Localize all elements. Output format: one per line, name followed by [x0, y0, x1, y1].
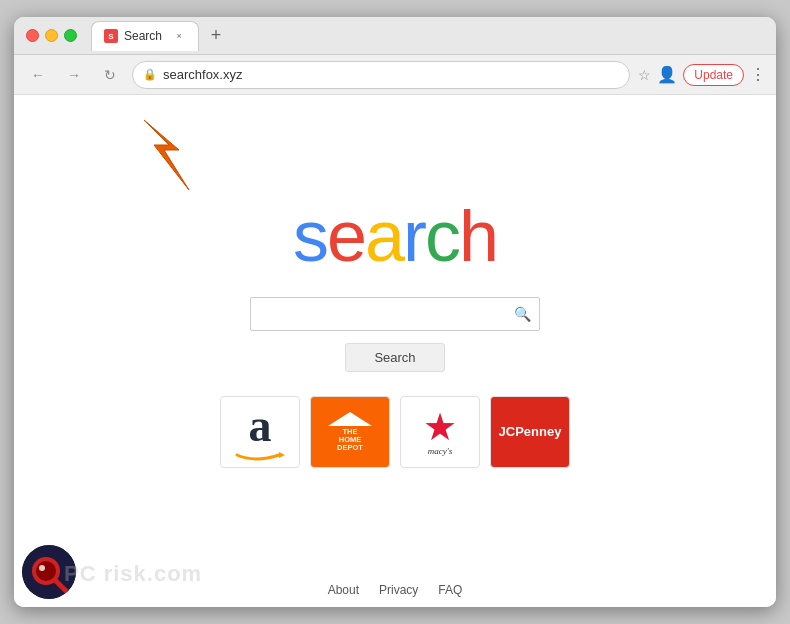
back-button[interactable]: ← [24, 61, 52, 89]
about-link[interactable]: About [328, 583, 359, 597]
bookmark-tiles: a THEHOMEDEPOT ★ macy's [220, 396, 570, 468]
arrow-annotation [134, 115, 224, 195]
svg-line-7 [56, 581, 66, 591]
logo-letter-c: c [425, 196, 459, 276]
page-content: search 🔍 Search a [14, 95, 776, 607]
url-text: searchfox.xyz [163, 67, 619, 82]
macys-star-icon: ★ [423, 408, 457, 446]
traffic-lights [26, 29, 77, 42]
bookmark-tile-macys[interactable]: ★ macy's [400, 396, 480, 468]
refresh-button[interactable]: ↻ [96, 61, 124, 89]
homedepot-roof [328, 412, 372, 426]
close-window-button[interactable] [26, 29, 39, 42]
tab-bar: S Search × + [91, 21, 764, 51]
active-tab[interactable]: S Search × [91, 21, 199, 51]
menu-icon[interactable]: ⋮ [750, 65, 766, 84]
svg-point-4 [32, 557, 60, 585]
amazon-arrow-svg [235, 449, 285, 461]
browser-actions: ☆ 👤 Update ⋮ [638, 64, 766, 86]
tab-close-button[interactable]: × [172, 29, 186, 43]
bookmark-tile-jcpenney[interactable]: JCPenney [490, 396, 570, 468]
macys-text: macy's [428, 446, 452, 456]
pcrisk-badge [22, 545, 76, 599]
navigation-bar: ← → ↻ 🔒 searchfox.xyz ☆ 👤 Update ⋮ [14, 55, 776, 95]
privacy-link[interactable]: Privacy [379, 583, 418, 597]
svg-marker-1 [144, 120, 189, 190]
logo-letter-a: a [365, 196, 403, 276]
minimize-window-button[interactable] [45, 29, 58, 42]
logo-letter-e: e [327, 196, 365, 276]
logo-letter-h: h [459, 196, 497, 276]
amazon-letter: a [249, 403, 272, 449]
lock-icon: 🔒 [143, 68, 157, 81]
forward-button[interactable]: → [60, 61, 88, 89]
search-button[interactable]: Search [345, 343, 445, 372]
pcrisk-logo [22, 545, 76, 599]
logo-letter-r: r [403, 196, 425, 276]
maximize-window-button[interactable] [64, 29, 77, 42]
pcrisk-logo-svg [22, 545, 76, 599]
title-bar: S Search × + [14, 17, 776, 55]
update-button[interactable]: Update [683, 64, 744, 86]
pcrisk-watermark-text: PC risk.com [64, 561, 202, 587]
browser-window: S Search × + ← → ↻ 🔒 searchfox.xyz ☆ 👤 U… [14, 17, 776, 607]
jcpenney-text: JCPenney [499, 425, 562, 439]
search-logo: search [293, 195, 497, 277]
search-icon-button[interactable]: 🔍 [514, 306, 531, 322]
footer-links: About Privacy FAQ [328, 583, 463, 597]
tab-favicon: S [104, 29, 118, 43]
macys-logo-container: ★ macy's [423, 408, 457, 456]
search-input-wrapper: 🔍 [250, 297, 540, 331]
bookmark-icon[interactable]: ☆ [638, 67, 651, 83]
user-icon[interactable]: 👤 [657, 65, 677, 84]
homedepot-text: THEHOMEDEPOT [337, 428, 363, 453]
bookmark-tile-homedepot[interactable]: THEHOMEDEPOT [310, 396, 390, 468]
tab-title: Search [124, 29, 162, 43]
new-tab-button[interactable]: + [203, 23, 229, 49]
search-area: 🔍 Search [250, 297, 540, 372]
faq-link[interactable]: FAQ [438, 583, 462, 597]
svg-point-6 [39, 565, 45, 571]
svg-marker-2 [279, 452, 285, 458]
address-bar[interactable]: 🔒 searchfox.xyz [132, 61, 630, 89]
svg-point-5 [36, 561, 56, 581]
svg-point-3 [22, 545, 76, 599]
homedepot-logo: THEHOMEDEPOT [328, 412, 372, 453]
amazon-logo-container: a [235, 403, 285, 461]
bookmark-tile-amazon[interactable]: a [220, 396, 300, 468]
search-input[interactable] [259, 306, 508, 322]
logo-letter-s: s [293, 196, 327, 276]
